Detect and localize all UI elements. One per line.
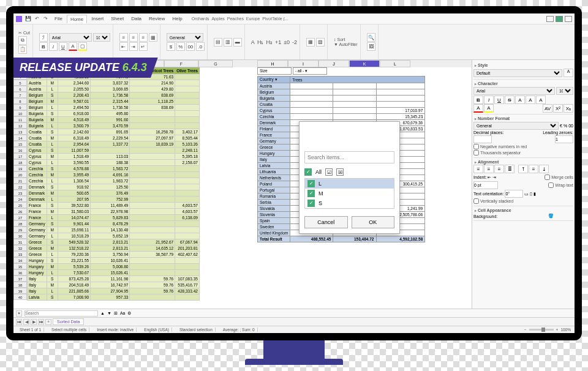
- style-select[interactable]: Default: [473, 69, 562, 77]
- status-lang[interactable]: English (USA): [141, 328, 172, 332]
- table-cell[interactable]: 5,829.83: [91, 215, 130, 221]
- menu-review[interactable]: Review: [146, 15, 168, 23]
- table-cell[interactable]: 2,813.21: [91, 239, 130, 245]
- table-cell[interactable]: 11,489.49: [91, 203, 130, 209]
- table-cell[interactable]: Germany: [28, 221, 47, 227]
- table-cell[interactable]: [130, 172, 175, 178]
- table-cell[interactable]: [130, 294, 175, 301]
- table-cell[interactable]: 1,306.54: [58, 178, 90, 184]
- align-right-icon[interactable]: ≡: [139, 33, 148, 42]
- table-cell[interactable]: 10,026.41: [91, 258, 130, 264]
- row-number[interactable]: 16: [13, 147, 27, 153]
- find-icon[interactable]: 🔍: [367, 33, 375, 42]
- table-cell[interactable]: 1,518.49: [58, 154, 90, 160]
- match-case-icon[interactable]: Aa: [120, 311, 126, 315]
- sort-button[interactable]: ↕ Sort: [334, 37, 357, 42]
- save-icon[interactable]: 💾: [24, 15, 32, 23]
- table-cell[interactable]: 3,837.32: [91, 80, 130, 86]
- status-insert[interactable]: Insert mode: inactive: [94, 328, 137, 332]
- sheet-tab[interactable]: Sorted Data: [53, 318, 84, 325]
- tab-first-icon[interactable]: ⏮: [16, 319, 22, 325]
- table-cell[interactable]: 752.99: [91, 197, 130, 203]
- table-cell[interactable]: Austria: [28, 86, 47, 92]
- table-cell[interactable]: L: [47, 178, 58, 184]
- undo-icon[interactable]: ↶: [33, 15, 40, 23]
- table-cell[interactable]: 428,333.42: [175, 288, 200, 294]
- table-cell[interactable]: [130, 160, 175, 166]
- table-cell[interactable]: 113.03: [91, 154, 130, 160]
- side-italic-icon[interactable]: I: [484, 96, 494, 104]
- table-cell[interactable]: 22,978.98: [91, 209, 130, 215]
- table-cell[interactable]: 4,603.57: [175, 209, 200, 215]
- table-cell[interactable]: Cyprus: [28, 154, 47, 160]
- row-number[interactable]: 15: [13, 141, 27, 147]
- table-cell[interactable]: 132,518.22: [58, 245, 90, 252]
- table-cell[interactable]: 891.65: [91, 129, 130, 135]
- table-cell[interactable]: 39,522.80: [58, 203, 90, 209]
- delete-row-icon[interactable]: ▬: [233, 38, 242, 47]
- table-cell[interactable]: 8,505.44: [175, 135, 200, 141]
- wrap-icon[interactable]: ↵: [139, 42, 148, 51]
- row-number[interactable]: 22: [13, 184, 27, 190]
- table-cell[interactable]: [175, 227, 200, 233]
- table-cell[interactable]: 214.90: [130, 80, 175, 86]
- table-cell[interactable]: Bulgaria: [28, 111, 47, 117]
- row-number[interactable]: 35: [13, 263, 27, 269]
- table-cell[interactable]: [175, 264, 200, 270]
- table-cell[interactable]: L: [47, 160, 58, 166]
- merge-icon[interactable]: ▦: [149, 33, 157, 42]
- table-cell[interactable]: Greece: [28, 252, 47, 258]
- table-cell[interactable]: S: [47, 92, 58, 99]
- vertical-checkbox[interactable]: [473, 198, 479, 204]
- table-cell[interactable]: [130, 264, 175, 270]
- table-cell[interactable]: [130, 197, 175, 203]
- table-cell[interactable]: L: [47, 141, 58, 148]
- cut-button[interactable]: Cut: [18, 31, 30, 36]
- table-cell[interactable]: Germany: [28, 233, 47, 239]
- paste-icon[interactable]: 📋: [18, 45, 27, 54]
- table-cell[interactable]: [130, 233, 175, 239]
- valign-m-icon[interactable]: ≡: [529, 165, 538, 173]
- side-size-select[interactable]: 10: [556, 87, 573, 95]
- table-cell[interactable]: [175, 99, 200, 105]
- status-std[interactable]: Standard selection: [177, 328, 216, 332]
- row-number[interactable]: 19: [13, 165, 27, 171]
- table-cell[interactable]: 201,203.81: [175, 245, 200, 252]
- leading-input[interactable]: [555, 135, 573, 143]
- table-cell[interactable]: Greece: [28, 239, 47, 245]
- side-currency-icon[interactable]: €: [560, 124, 562, 128]
- indent-dec-icon[interactable]: ⇤: [488, 175, 491, 180]
- side-shrink-icon[interactable]: A: [536, 96, 546, 104]
- table-cell[interactable]: 21,952.67: [130, 239, 175, 245]
- table-cell[interactable]: S: [47, 294, 58, 301]
- table-cell[interactable]: [130, 148, 175, 154]
- table-cell[interactable]: M: [47, 227, 58, 233]
- table-cell[interactable]: 1,736.58: [91, 92, 130, 99]
- redo-icon[interactable]: ↷: [42, 15, 49, 23]
- filter-item-checkbox[interactable]: ✓: [307, 180, 315, 187]
- side-font-select[interactable]: Arial: [473, 87, 555, 95]
- menu-help[interactable]: Help: [169, 15, 185, 23]
- table-cell[interactable]: 221,885.66: [58, 288, 90, 294]
- table-cell[interactable]: S: [47, 221, 58, 227]
- autofilter-button[interactable]: ▼ AutoFilter: [334, 42, 357, 47]
- table-cell[interactable]: M: [47, 282, 58, 288]
- table-cell[interactable]: S: [47, 129, 58, 135]
- row-number[interactable]: 32: [13, 245, 27, 251]
- table-cell[interactable]: Bulgaria: [28, 117, 47, 123]
- table-cell[interactable]: [130, 190, 175, 197]
- table-cell[interactable]: [175, 172, 200, 178]
- row-number[interactable]: 40: [13, 294, 27, 300]
- table-cell[interactable]: [175, 166, 200, 172]
- table-cell[interactable]: 2,954.64: [58, 141, 90, 148]
- side-sup-icon[interactable]: X²: [553, 104, 563, 113]
- indent-inc-icon[interactable]: ⇥: [129, 42, 138, 51]
- table-cell[interactable]: [91, 148, 130, 154]
- table-cell[interactable]: 3,750.94: [91, 252, 130, 258]
- table-cell[interactable]: L: [47, 270, 58, 276]
- row-number[interactable]: 25: [13, 202, 27, 208]
- table-cell[interactable]: 3,590.55: [58, 160, 90, 166]
- row-number[interactable]: 24: [13, 196, 27, 202]
- align-r-icon[interactable]: ≡: [494, 165, 504, 173]
- row-number[interactable]: 21: [13, 178, 27, 184]
